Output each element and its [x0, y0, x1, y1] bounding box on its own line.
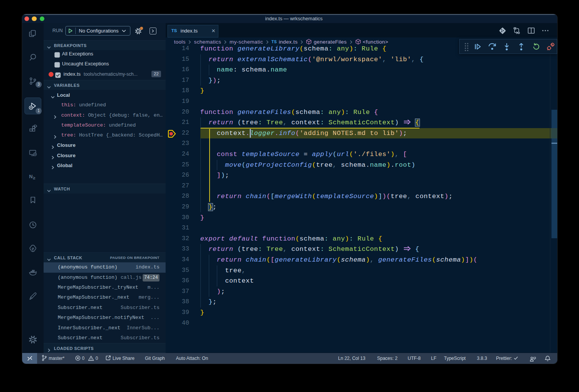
svg-text:N: N: [29, 174, 33, 179]
svg-text:≥: ≥: [33, 176, 35, 180]
